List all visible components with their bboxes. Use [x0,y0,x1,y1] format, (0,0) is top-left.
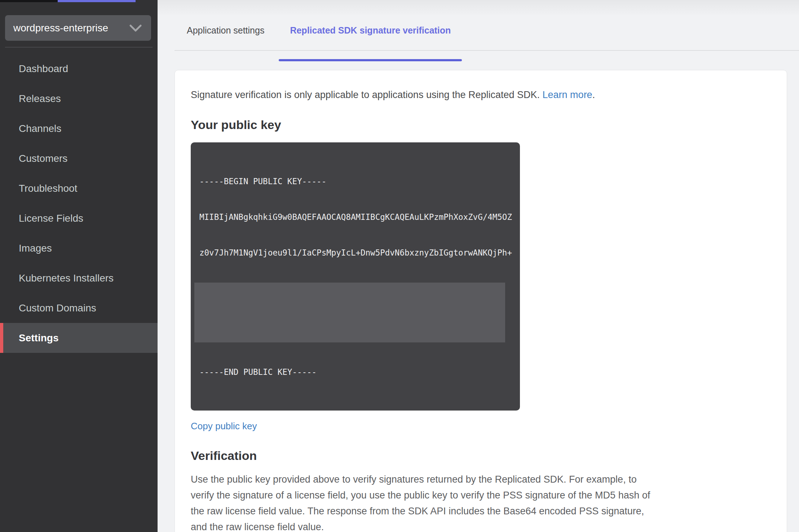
active-tab-label: Replicated SDK signature verification [290,25,451,35]
sidebar-item-license-fields[interactable]: License Fields [0,203,158,233]
main-area: Application settings Replicated SDK sign… [158,0,799,532]
public-key-line: MIIBIjANBgkqhkiG9w0BAQEFAAOCAQ8AMIIBCgKC… [199,211,511,223]
intro-text: Signature verification is only applicabl… [191,89,787,101]
sidebar: wordpress-enterprise DashboardReleasesCh… [0,0,158,532]
sidebar-item-label: Troubleshoot [19,183,77,194]
sidebar-item-releases[interactable]: Releases [0,84,158,114]
sidebar-item-label: Dashboard [19,63,68,75]
sidebar-item-label: Images [19,243,52,254]
verification-description: Use the public key provided above to ver… [191,471,657,532]
sidebar-item-kubernetes-installers[interactable]: Kubernetes Installers [0,263,158,293]
sidebar-item-customers[interactable]: Customers [0,143,158,173]
sidebar-item-label: Settings [19,332,58,344]
intro-text-suffix: . [592,89,595,100]
sidebar-item-settings[interactable]: Settings [0,323,158,353]
public-key-line: -----BEGIN PUBLIC KEY----- [199,176,511,187]
learn-more-link[interactable]: Learn more [543,89,592,100]
sidebar-item-custom-domains[interactable]: Custom Domains [0,293,158,323]
sidebar-divider [5,47,153,48]
active-tab-underline [279,59,462,61]
sidebar-nav: DashboardReleasesChannelsCustomersTroubl… [0,54,158,353]
copy-public-key-link[interactable]: Copy public key [191,421,257,432]
sidebar-item-label: Channels [19,123,61,134]
app-selector[interactable]: wordpress-enterprise [5,15,151,41]
app-selector-value: wordpress-enterprise [13,22,108,34]
sidebar-item-dashboard[interactable]: Dashboard [0,54,158,84]
verification-heading: Verification [191,449,787,463]
public-key-block: -----BEGIN PUBLIC KEY----- MIIBIjANBgkqh… [191,142,520,411]
public-key-end-line: -----END PUBLIC KEY----- [199,366,511,378]
sidebar-item-channels[interactable]: Channels [0,114,158,143]
sidebar-item-label: License Fields [19,213,83,224]
public-key-line: z0v7Jh7M1NgV1joeu9l1/IaCPsMpyIcL+Dnw5Pdv… [199,247,511,259]
sidebar-item-label: Kubernetes Installers [19,272,114,284]
tab-replicated-sdk-signature-verification[interactable]: Replicated SDK signature verification [279,25,462,36]
chevron-down-icon [129,24,142,32]
key-selection-highlight [194,283,505,342]
tab-application-settings[interactable]: Application settings [187,25,264,36]
topbar-accent-dark [0,0,58,2]
topbar-accent-indigo [58,0,136,2]
settings-card: Signature verification is only applicabl… [175,70,787,532]
intro-text-main: Signature verification is only applicabl… [191,89,543,100]
sidebar-item-label: Customers [19,153,67,164]
sidebar-item-troubleshoot[interactable]: Troubleshoot [0,173,158,203]
sidebar-item-label: Custom Domains [19,302,96,314]
sidebar-item-label: Releases [19,93,61,105]
page-tabs: Application settings Replicated SDK sign… [158,0,799,51]
public-key-heading: Your public key [191,118,787,132]
sidebar-item-images[interactable]: Images [0,233,158,263]
